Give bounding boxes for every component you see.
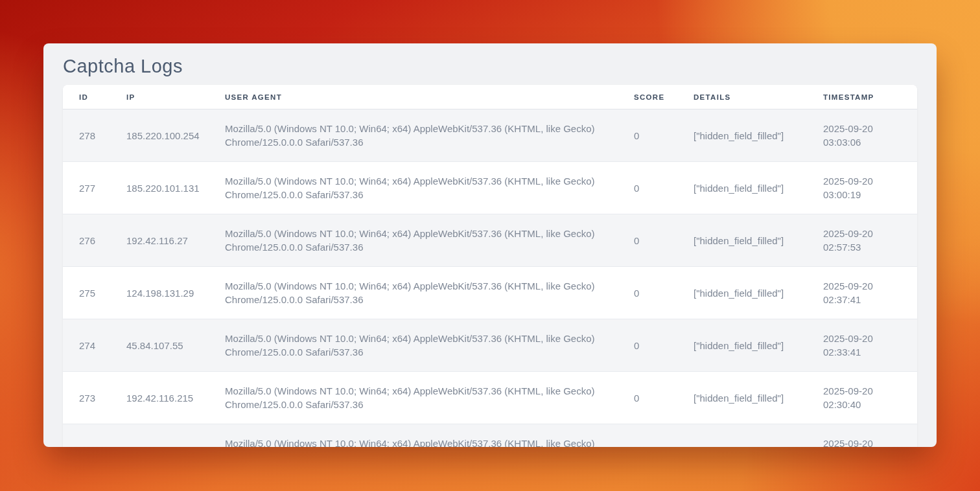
timestamp-time: 02:33:41 (823, 345, 904, 359)
column-header-timestamp: TIMESTAMP (807, 85, 917, 109)
cell-score: 0 (618, 214, 677, 267)
logs-table: ID IP USER AGENT SCORE DETAILS TIMESTAMP… (63, 85, 917, 447)
table-row: 273 192.42.116.215 Mozilla/5.0 (Windows … (63, 372, 917, 424)
captcha-logs-card: Captcha Logs ID IP USER AGENT SCORE DETA… (43, 43, 937, 447)
cell-user-agent: Mozilla/5.0 (Windows NT 10.0; Win64; x64… (209, 267, 618, 319)
timestamp-date: 2025-09-20 (823, 279, 904, 293)
column-header-user-agent: USER AGENT (209, 85, 618, 109)
table-row: 272 185.100.87.250 Mozilla/5.0 (Windows … (63, 424, 917, 448)
timestamp-time: 02:37:41 (823, 293, 904, 306)
table-row: 277 185.220.101.131 Mozilla/5.0 (Windows… (63, 162, 917, 214)
cell-user-agent: Mozilla/5.0 (Windows NT 10.0; Win64; x64… (209, 424, 618, 448)
table-row: 275 124.198.131.29 Mozilla/5.0 (Windows … (63, 267, 917, 319)
table-body: 278 185.220.100.254 Mozilla/5.0 (Windows… (63, 109, 917, 448)
timestamp-date: 2025-09-20 (823, 384, 904, 398)
logs-table-element: ID IP USER AGENT SCORE DETAILS TIMESTAMP… (63, 85, 917, 447)
cell-timestamp: 2025-09-20 02:57:53 (807, 214, 917, 267)
timestamp-date: 2025-09-20 (823, 122, 904, 135)
table-row: 276 192.42.116.27 Mozilla/5.0 (Windows N… (63, 214, 917, 267)
cell-ip: 45.84.107.55 (110, 319, 209, 372)
column-header-score: SCORE (618, 85, 677, 109)
cell-ip: 124.198.131.29 (110, 267, 209, 319)
page-title: Captcha Logs (63, 43, 917, 76)
cell-id: 276 (63, 214, 110, 267)
cell-ip: 192.42.116.215 (110, 372, 209, 424)
cell-score: 0 (618, 319, 677, 372)
cell-details: ["hidden_field_filled"] (677, 162, 807, 214)
cell-timestamp: 2025-09-20 03:00:19 (807, 162, 917, 214)
cell-ip: 185.220.100.254 (110, 109, 209, 162)
cell-user-agent: Mozilla/5.0 (Windows NT 10.0; Win64; x64… (209, 162, 618, 214)
cell-timestamp: 2025-09-20 02:30:40 (807, 372, 917, 424)
cell-details: ["hidden_field_filled"] (677, 319, 807, 372)
cell-id: 274 (63, 319, 110, 372)
table-header-row: ID IP USER AGENT SCORE DETAILS TIMESTAMP (63, 85, 917, 109)
cell-details: ["hidden_field_filled"] (677, 424, 807, 448)
cell-ip: 185.100.87.250 (110, 424, 209, 448)
timestamp-date: 2025-09-20 (823, 437, 904, 447)
timestamp-date: 2025-09-20 (823, 174, 904, 188)
cell-user-agent: Mozilla/5.0 (Windows NT 10.0; Win64; x64… (209, 372, 618, 424)
cell-ip: 185.220.101.131 (110, 162, 209, 214)
cell-id: 272 (63, 424, 110, 448)
cell-score: 0 (618, 109, 677, 162)
cell-details: ["hidden_field_filled"] (677, 372, 807, 424)
cell-ip: 192.42.116.27 (110, 214, 209, 267)
column-header-id: ID (63, 85, 110, 109)
cell-user-agent: Mozilla/5.0 (Windows NT 10.0; Win64; x64… (209, 319, 618, 372)
table-header: ID IP USER AGENT SCORE DETAILS TIMESTAMP (63, 85, 917, 109)
cell-score: 0 (618, 424, 677, 448)
cell-id: 277 (63, 162, 110, 214)
table-row: 278 185.220.100.254 Mozilla/5.0 (Windows… (63, 109, 917, 162)
timestamp-time: 03:00:19 (823, 188, 904, 201)
cell-details: ["hidden_field_filled"] (677, 267, 807, 319)
cell-score: 0 (618, 162, 677, 214)
timestamp-time: 03:03:06 (823, 135, 904, 149)
timestamp-time: 02:30:40 (823, 398, 904, 411)
cell-user-agent: Mozilla/5.0 (Windows NT 10.0; Win64; x64… (209, 109, 618, 162)
cell-timestamp: 2025-09-20 02:37:41 (807, 267, 917, 319)
timestamp-date: 2025-09-20 (823, 332, 904, 345)
column-header-ip: IP (110, 85, 209, 109)
cell-timestamp: 2025-09-20 02:29:40 (807, 424, 917, 448)
cell-details: ["hidden_field_filled"] (677, 109, 807, 162)
timestamp-date: 2025-09-20 (823, 227, 904, 240)
cell-timestamp: 2025-09-20 02:33:41 (807, 319, 917, 372)
cell-score: 0 (618, 372, 677, 424)
cell-id: 275 (63, 267, 110, 319)
cell-timestamp: 2025-09-20 03:03:06 (807, 109, 917, 162)
timestamp-time: 02:57:53 (823, 240, 904, 254)
cell-id: 278 (63, 109, 110, 162)
table-row: 274 45.84.107.55 Mozilla/5.0 (Windows NT… (63, 319, 917, 372)
cell-score: 0 (618, 267, 677, 319)
cell-details: ["hidden_field_filled"] (677, 214, 807, 267)
cell-user-agent: Mozilla/5.0 (Windows NT 10.0; Win64; x64… (209, 214, 618, 267)
cell-id: 273 (63, 372, 110, 424)
column-header-details: DETAILS (677, 85, 807, 109)
